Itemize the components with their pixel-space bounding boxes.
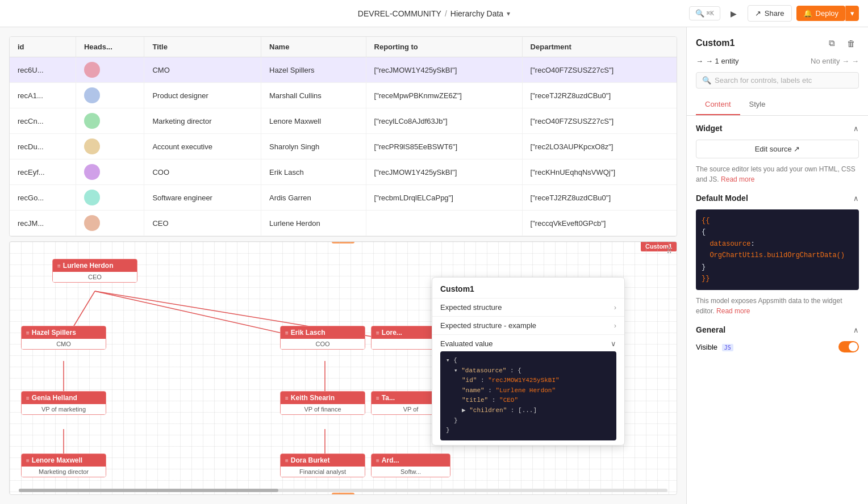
right-panel: Custom1 ⧉ 🗑 → → 1 entity No entity → → 🔍	[686, 27, 868, 504]
table-row[interactable]: recA1... Product designer Marshall Culli…	[10, 83, 677, 108]
cell-title: Marketing director	[144, 108, 261, 134]
col-department: Department	[522, 37, 677, 57]
entity-right-arrow-icon: →	[852, 57, 859, 65]
cell-avatar	[76, 57, 144, 83]
cell-title: Product designer	[144, 83, 261, 108]
general-chevron-icon[interactable]: ∧	[853, 326, 859, 334]
panel-tabs: Content Style	[696, 95, 859, 115]
cell-name: Marshall Cullins	[261, 83, 366, 108]
chevron-right-icon-1: ›	[614, 303, 616, 312]
default-model-editor[interactable]: {{ { datasource: OrgChartUtils.buildOrgC…	[696, 209, 859, 290]
cell-department: ["receTJ2RZ8uzdCBu0"]	[522, 83, 677, 108]
panel-header: Custom1 ⧉ 🗑 → → 1 entity No entity → → 🔍	[687, 27, 868, 116]
read-more-link-2[interactable]: Read more	[716, 307, 750, 315]
tooltip-title: Custom1	[432, 278, 624, 299]
cell-department: ["recKHnUEqhqNsVWQj"]	[522, 159, 677, 185]
cell-reporting: ["recPR9lS85EeBSWT6"]	[366, 134, 522, 159]
topbar: DEVREL-COMMUNITY / Hierarchy Data ▾ 🔍 ⌘K…	[0, 0, 868, 27]
cell-reporting: ["receMpwPBKnmwZE6Z"]	[366, 83, 522, 108]
cell-id: recCn...	[10, 108, 76, 134]
cell-title: CEO	[144, 211, 261, 236]
search-icon-small: 🔍	[702, 76, 711, 85]
page-chevron-icon[interactable]: ▾	[507, 10, 510, 18]
model-chevron-icon[interactable]: ∧	[853, 194, 859, 203]
org-node-ard[interactable]: ≡Ard... Softw...	[371, 453, 450, 477]
org-node-vp-fin[interactable]: ≡Keith Shearin VP of finance	[280, 391, 365, 415]
search-button[interactable]: 🔍 ⌘K	[689, 6, 720, 20]
cell-avatar	[76, 211, 144, 236]
page-name: Hierarchy Data	[450, 9, 503, 18]
org-node-mkt-dir[interactable]: ≡Lenore Maxwell Marketing director	[21, 453, 106, 477]
cell-reporting	[366, 211, 522, 236]
col-id: id	[10, 37, 76, 57]
cell-name: Erik Lasch	[261, 159, 366, 185]
share-button[interactable]: ↗ Share	[748, 5, 792, 22]
col-title: Title	[144, 37, 261, 57]
tooltip-evaluated: Evaluated value ∨ ▾ { ▾ "datasource" : {…	[432, 335, 624, 445]
chart-resize-bottom[interactable]	[332, 493, 354, 495]
widget-chevron-icon[interactable]: ∧	[853, 124, 859, 133]
cell-avatar	[76, 83, 144, 108]
org-node-coo[interactable]: ≡Erik Lasch COO	[280, 326, 365, 350]
cell-avatar	[76, 108, 144, 134]
tooltip-expected-example[interactable]: Expected structure - example ›	[432, 317, 624, 335]
cell-name: Sharolyn Singh	[261, 134, 366, 159]
cell-reporting: ["recbmLDrqlELCaPpg"]	[366, 185, 522, 211]
tooltip-evaluated-header[interactable]: Evaluated value ∨	[440, 339, 616, 348]
chart-scrollbar-thumb[interactable]	[19, 489, 278, 492]
tooltip-popup: Custom1 Expected structure › Expected st…	[432, 277, 625, 446]
cell-avatar	[76, 185, 144, 211]
project-name: DEVREL-COMMUNITY	[358, 9, 441, 18]
table-row[interactable]: recGo... Software engineer Ardis Garren …	[10, 185, 677, 211]
table-row[interactable]: rec6U... CMO Hazel Spillers ["recJMOW1Y4…	[10, 57, 677, 83]
cell-reporting: ["recylLCo8AJdf63Jb"]	[366, 108, 522, 134]
cell-department: ["reccqVkEveft0GPcb"]	[522, 211, 677, 236]
delete-button[interactable]: 🗑	[843, 35, 859, 51]
col-name: Name	[261, 37, 366, 57]
visible-toggle[interactable]	[838, 341, 859, 352]
chevron-down-icon: ∨	[611, 339, 616, 348]
topbar-center: DEVREL-COMMUNITY / Hierarchy Data ▾	[358, 9, 510, 18]
org-node-vp-mkt[interactable]: ≡Genia Helland VP of marketing	[21, 391, 106, 415]
model-help-text: This model exposes Appsmith data to the …	[696, 296, 859, 316]
breadcrumb-separator: /	[445, 9, 447, 18]
panel-body: Widget ∧ Edit source ↗ The source editor…	[687, 116, 868, 504]
default-model-section-header: Default Model ∧	[696, 194, 859, 203]
cell-title: Account executive	[144, 134, 261, 159]
main-layout: id Heads... Title Name Reporting to Depa…	[0, 27, 868, 504]
org-node-cmo[interactable]: ≡Hazel Spillers CMO	[21, 326, 106, 350]
edit-source-button[interactable]: Edit source ↗	[696, 140, 859, 158]
cell-reporting: ["recJMOW1Y425ySkBI"]	[366, 57, 522, 83]
tab-style[interactable]: Style	[740, 95, 775, 115]
tab-content[interactable]: Content	[696, 95, 740, 115]
tooltip-expected-structure[interactable]: Expected structure ›	[432, 299, 624, 317]
edit-source-help-text: The source editor lets you add your own …	[696, 164, 859, 184]
cell-avatar	[76, 159, 144, 185]
duplicate-button[interactable]: ⧉	[824, 35, 840, 51]
general-section-header: General ∧	[696, 325, 859, 334]
cell-department: ["recO40F7ZSUSZ27cS"]	[522, 57, 677, 83]
visible-label-group: Visible JS	[696, 343, 733, 351]
js-badge: JS	[722, 344, 733, 351]
table-row[interactable]: recDu... Account executive Sharolyn Sing…	[10, 134, 677, 159]
bell-icon: 🔔	[803, 9, 812, 18]
search-shortcut: ⌘K	[707, 10, 714, 17]
chart-scrollbar-track[interactable]	[19, 489, 667, 492]
read-more-link-1[interactable]: Read more	[721, 175, 754, 183]
table-row[interactable]: recJM... CEO Lurlene Herdon ["reccqVkEve…	[10, 211, 677, 236]
cell-title: Software engineer	[144, 185, 261, 211]
table-row[interactable]: recEyf... COO Erik Lasch ["recJMOW1Y425y…	[10, 159, 677, 185]
table-row[interactable]: recCn... Marketing director Lenore Maxwe…	[10, 108, 677, 134]
org-node-fin-ana[interactable]: ≡Dora Burket Financial analyst	[280, 453, 365, 477]
deploy-button[interactable]: 🔔 Deploy	[796, 6, 845, 21]
entity-arrow-icon: →	[696, 57, 703, 65]
cell-id: recJM...	[10, 211, 76, 236]
cell-id: recDu...	[10, 134, 76, 159]
widget-section-title: Widget	[696, 124, 723, 133]
entity-left[interactable]: → → 1 entity	[696, 57, 739, 65]
search-input[interactable]	[715, 76, 853, 85]
play-button[interactable]: ▶	[725, 5, 743, 23]
org-node-ceo[interactable]: ≡Lurlene Herdon CEO	[52, 259, 137, 283]
deploy-arrow-button[interactable]: ▾	[845, 6, 859, 21]
entity-right[interactable]: No entity → →	[811, 57, 859, 65]
